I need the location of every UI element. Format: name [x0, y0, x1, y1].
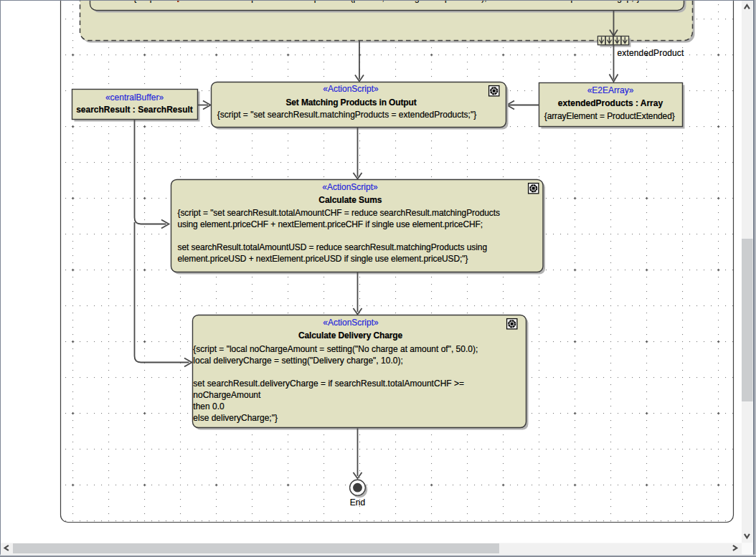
- svg-text:{script = "set searchResult.ma: {script = "set searchResult.matchingProd…: [217, 110, 476, 120]
- svg-text:{script = "set searchResult.to: {script = "set searchResult.totalAmountC…: [178, 208, 501, 218]
- svg-text:local deliveryCharge = setting: local deliveryCharge = setting("Delivery…: [193, 356, 403, 366]
- svg-text:«ActionScript»: «ActionScript»: [323, 84, 379, 94]
- svg-text:extendedProduct: extendedProduct: [618, 48, 684, 58]
- svg-text:noChargeAmount: noChargeAmount: [193, 390, 261, 400]
- svg-text:«ActionScript»: «ActionScript»: [323, 318, 379, 328]
- svg-text:«centralBuffer»: «centralBuffer»: [105, 92, 164, 103]
- svg-text:else deliveryCharge;"}: else deliveryCharge;"}: [193, 413, 278, 423]
- svg-text:using element.priceCHF + nextE: using element.priceCHF + nextElement.pri…: [178, 219, 483, 229]
- svg-text:then 0.0: then 0.0: [193, 401, 225, 411]
- svg-text:Calculate Sums: Calculate Sums: [318, 195, 382, 205]
- svg-text:set searchResult.totalAmountUS: set searchResult.totalAmountUSD = reduce…: [178, 242, 488, 252]
- svg-text:set searchResult.deliveryCharg: set searchResult.deliveryCharge = if sea…: [193, 379, 464, 389]
- svg-text:{script = "local noChargeAmoun: {script = "local noChargeAmount = settin…: [193, 344, 478, 354]
- svg-text:End: End: [350, 498, 365, 508]
- svg-text:element.priceUSD + nextElement: element.priceUSD + nextElement.priceUSD …: [178, 254, 468, 264]
- svg-text:extendedProducts : Array: extendedProducts : Array: [558, 98, 663, 108]
- svg-text:searchResult : SearchResult: searchResult : SearchResult: [76, 105, 193, 115]
- svg-text:Set Matching Products in Outpu: Set Matching Products in Output: [285, 97, 416, 108]
- svg-text:{arrayElement = ProductExtende: {arrayElement = ProductExtended}: [544, 111, 675, 121]
- svg-text:«E2EArray»: «E2EArray»: [587, 85, 634, 95]
- svg-text:«ActionScript»: «ActionScript»: [322, 182, 378, 192]
- svg-text:Calculate Delivery Charge: Calculate Delivery Charge: [298, 330, 403, 341]
